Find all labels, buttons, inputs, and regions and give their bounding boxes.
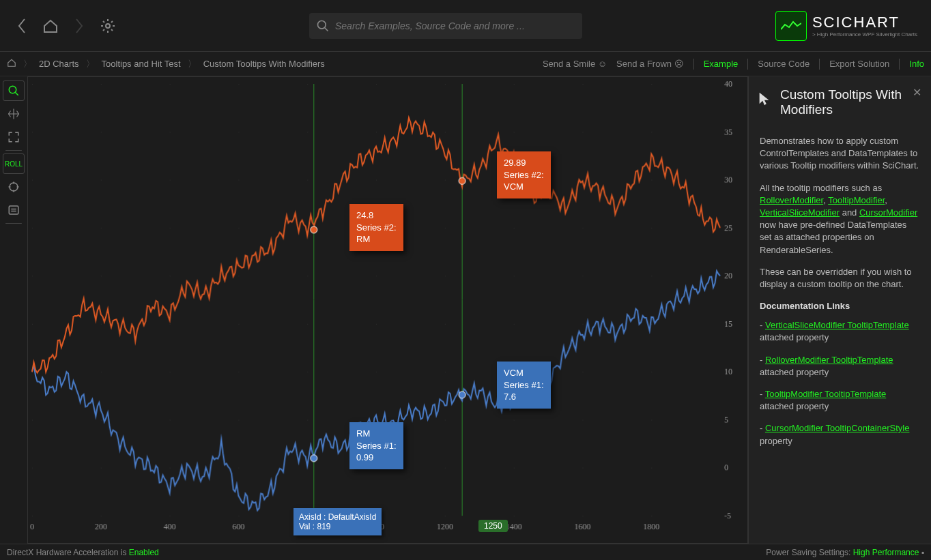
statusbar: DirectX Hardware Acceleration is Enabled… [0, 544, 931, 560]
x-axis-info-label: AxisId : DefaultAxisIdVal : 819 [293, 508, 382, 535]
svg-line-4 [15, 92, 18, 95]
pan-tool-icon[interactable] [3, 104, 25, 124]
doc-link-3: - TooltipModifier TooltipTemplate attach… [760, 388, 920, 413]
breadcrumb-current[interactable]: Custom Tooltips With Modifiers [203, 59, 325, 69]
doc-link-4: - CursorModifier TooltipContainerStyle p… [760, 422, 920, 447]
info-p3: These can be overridden if you wish to d… [760, 266, 920, 291]
rollover-tool[interactable]: ROLL [3, 153, 25, 174]
info-p1: Demonstrates how to apply custom Control… [760, 135, 920, 173]
chart-canvas[interactable] [28, 77, 747, 543]
chevron-right-icon: 〉 [86, 58, 95, 70]
doc-links-heading: Documentation Links [760, 300, 920, 312]
subbar: 〉 2D Charts 〉 Tooltips and Hit Test 〉 Cu… [0, 52, 931, 76]
doc-link-1: - VerticalSliceModifier TooltipTemplate … [760, 319, 920, 344]
tab-example[interactable]: Example [704, 59, 739, 69]
topbar: SCICHART > High Performance WPF Silverli… [0, 0, 931, 52]
info-panel: ✕ Custom Tooltips With Modifiers Demonst… [748, 76, 931, 544]
svg-point-5 [10, 183, 18, 191]
chevron-right-icon: 〉 [23, 58, 32, 70]
smile-icon: ☺ [598, 59, 607, 69]
svg-rect-6 [9, 206, 18, 214]
send-frown-link[interactable]: Send a Frown ☹ [616, 59, 684, 69]
tab-source-code[interactable]: Source Code [758, 59, 810, 69]
separator [5, 150, 22, 151]
svg-line-2 [324, 27, 328, 31]
status-directx: DirectX Hardware Acceleration is Enabled [7, 548, 159, 557]
tooltip-vcm-series2: 29.89Series #2:VCM [497, 151, 551, 198]
doc-link-2: - RolloverModifier TooltipTemplate attac… [760, 354, 920, 379]
forward-icon[interactable] [71, 18, 87, 34]
link-verticalslice[interactable]: VerticalSliceModifier [760, 207, 840, 218]
status-power[interactable]: Power Saving Settings: High Performance … [766, 548, 924, 557]
fullscreen-tool-icon[interactable] [3, 127, 25, 147]
logo[interactable]: SCICHART > High Performance WPF Silverli… [775, 11, 917, 41]
logo-tagline: > High Performance WPF Silverlight Chart… [812, 31, 917, 38]
tooltip-rm-series1: RMSeries #1:0.99 [349, 422, 403, 469]
nav-buttons [14, 18, 116, 34]
home-icon[interactable] [42, 18, 59, 34]
search-icon [316, 19, 330, 33]
tooltip-rm-series2: 24.8Series #2:RM [349, 204, 403, 251]
left-toolbar: ROLL [0, 76, 27, 544]
link-tooltip[interactable]: TooltipModifier [828, 195, 885, 205]
info-p2: All the tooltip modifiers such as Rollov… [760, 182, 920, 256]
tab-info[interactable]: Info [909, 59, 924, 69]
breadcrumb: 〉 2D Charts 〉 Tooltips and Hit Test 〉 Cu… [7, 58, 325, 70]
close-icon[interactable]: ✕ [913, 86, 921, 99]
svg-point-1 [317, 20, 326, 29]
legend-tool-icon[interactable] [3, 200, 25, 220]
svg-point-3 [9, 86, 16, 93]
send-smile-link[interactable]: Send a Smile ☺ [543, 59, 607, 69]
tooltip-vcm-series1: VCMSeries #1:7.6 [497, 362, 551, 409]
link-rollover[interactable]: RolloverModifier [760, 195, 823, 205]
breadcrumb-home-icon[interactable] [7, 58, 16, 70]
tab-export-solution[interactable]: Export Solution [829, 59, 889, 69]
x-axis-tick-label: 1250 [478, 520, 508, 532]
breadcrumb-tooltips[interactable]: Tooltips and Hit Test [102, 59, 181, 69]
gear-icon[interactable] [100, 18, 116, 34]
cursor-icon [757, 90, 772, 110]
breadcrumb-2d-charts[interactable]: 2D Charts [39, 59, 79, 69]
chevron-right-icon: 〉 [188, 58, 197, 70]
separator [5, 223, 22, 224]
frown-icon: ☹ [674, 59, 684, 69]
info-title: Custom Tooltips With Modifiers [780, 87, 920, 117]
link-cursor[interactable]: CursorModifier [859, 207, 917, 218]
back-icon[interactable] [14, 18, 30, 34]
chart-surface[interactable]: 24.8Series #2:RM 29.89Series #2:VCM VCMS… [27, 76, 748, 544]
logo-text: SCICHART [812, 14, 917, 31]
logo-icon [775, 11, 807, 41]
crosshair-tool-icon[interactable] [3, 177, 25, 197]
zoom-tool-icon[interactable] [3, 80, 25, 101]
search-input[interactable] [335, 20, 575, 31]
search-box[interactable] [309, 13, 582, 39]
svg-point-0 [106, 24, 110, 28]
